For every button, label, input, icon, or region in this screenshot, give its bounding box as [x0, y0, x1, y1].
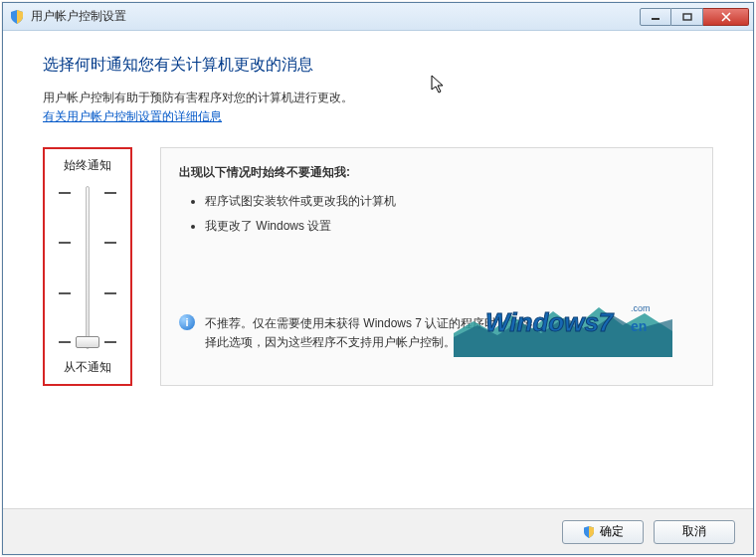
ok-button[interactable]: 确定 [562, 520, 644, 544]
close-button[interactable] [703, 8, 749, 26]
panel-title: 出现以下情况时始终不要通知我: [179, 164, 694, 181]
svg-rect-0 [652, 18, 660, 20]
info-icon: i [179, 314, 195, 330]
panel-bullet: 程序试图安装软件或更改我的计算机 [205, 193, 694, 210]
recommendation-row: i 不推荐。仅在需要使用未获得 Windows 7 认证的程序时，才选择此选项，… [179, 314, 694, 352]
page-heading: 选择何时通知您有关计算机更改的消息 [43, 55, 713, 76]
shield-icon [582, 525, 596, 539]
maximize-button[interactable] [671, 8, 703, 26]
slider-bottom-label: 从不通知 [64, 359, 111, 376]
shield-icon [9, 9, 25, 25]
minimize-button[interactable] [640, 8, 671, 26]
cancel-button[interactable]: 取消 [654, 520, 735, 544]
level-description-panel: 出现以下情况时始终不要通知我: 程序试图安装软件或更改我的计算机 我更改了 Wi… [160, 147, 713, 386]
titlebar: 用户帐户控制设置 [3, 3, 753, 31]
slider-track[interactable] [49, 186, 126, 349]
svg-rect-1 [683, 14, 691, 20]
cancel-button-label: 取消 [682, 523, 706, 540]
content-area: 选择何时通知您有关计算机更改的消息 用户帐户控制有助于预防有害程序对您的计算机进… [3, 31, 753, 508]
main-area: 始终通知 从不通知 出现以下情况时始终不要通知我: 程序试图安装软件或更改我的计… [43, 147, 713, 386]
slider-thumb[interactable] [76, 336, 99, 348]
window-title: 用户帐户控制设置 [31, 8, 640, 25]
slider-top-label: 始终通知 [64, 157, 111, 174]
uac-settings-window: 用户帐户控制设置 选择何时通知您有关计算机更改的消息 用户帐户控制有助于预防有害… [2, 2, 754, 555]
footer: 确定 取消 [3, 508, 753, 554]
recommendation-text: 不推荐。仅在需要使用未获得 Windows 7 认证的程序时，才选择此选项，因为… [205, 314, 533, 352]
page-description: 用户帐户控制有助于预防有害程序对您的计算机进行更改。 [43, 90, 713, 106]
svg-text:.com: .com [631, 303, 651, 313]
notification-slider: 始终通知 从不通知 [43, 147, 132, 386]
panel-bullet: 我更改了 Windows 设置 [205, 218, 694, 235]
ok-button-label: 确定 [600, 523, 624, 540]
window-buttons [640, 8, 749, 26]
panel-bullet-list: 程序试图安装软件或更改我的计算机 我更改了 Windows 设置 [205, 193, 694, 235]
help-link[interactable]: 有关用户帐户控制设置的详细信息 [43, 108, 222, 125]
